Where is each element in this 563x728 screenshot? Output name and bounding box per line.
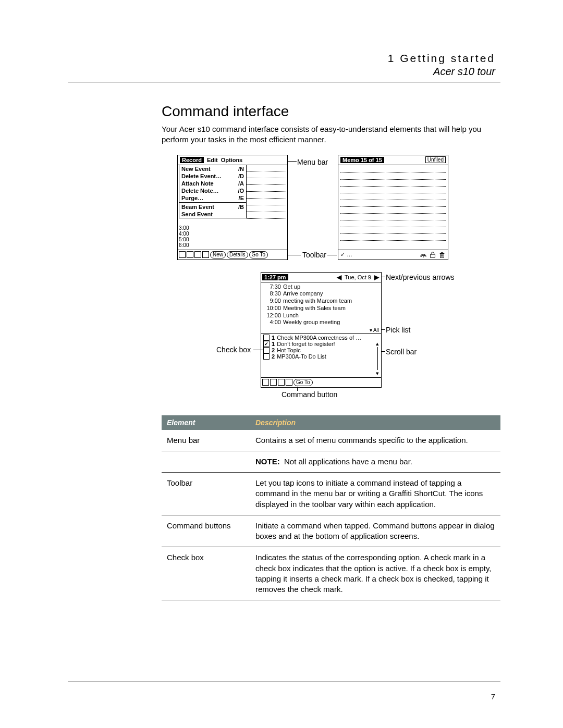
view-icon[interactable] xyxy=(278,379,285,386)
menu-item-send-event[interactable]: Send Event xyxy=(179,211,246,218)
table-row: Command buttons Initiate a command when … xyxy=(162,515,500,547)
clock-display: 1:27 pm xyxy=(262,274,288,280)
todo-list: 1Check MP300A correctness of … ✔1Don't f… xyxy=(261,333,381,361)
todo-item[interactable]: 2MP300A-To Do List xyxy=(263,353,379,360)
day-slots xyxy=(247,165,286,219)
chapter-title: 1 Getting started xyxy=(68,52,495,65)
agenda-titlebar: 1:27 pm ◀ Tue, Oct 9 ▶ xyxy=(261,273,381,282)
page-header: 1 Getting started Acer s10 tour xyxy=(68,52,495,78)
menu-edit[interactable]: Edit xyxy=(207,157,218,163)
label-pick-list: Pick list xyxy=(386,326,410,334)
table-row: Check box Indicates the status of the co… xyxy=(162,547,500,600)
menu-bar[interactable]: Record Edit Options xyxy=(178,155,287,165)
screenshots-area: Record Edit Options New Event/N Delete E… xyxy=(162,155,500,410)
menu-record[interactable]: Record xyxy=(180,157,204,163)
goto-button[interactable]: Go To xyxy=(249,251,268,258)
todo-item[interactable]: ✔1Don't forget to register! xyxy=(263,341,379,347)
label-scroll-bar: Scroll bar xyxy=(386,348,417,356)
table-note-row: NOTE: Not all applications have a menu b… xyxy=(162,451,500,472)
memo-title: Memo 15 of 15 xyxy=(340,157,384,163)
label-menu-bar: Menu bar xyxy=(297,158,328,166)
page-number: 7 xyxy=(491,692,495,701)
view-icon[interactable] xyxy=(187,251,193,258)
section-title: Command interface xyxy=(162,103,500,120)
element-description-table: Element Description Menu bar Contains a … xyxy=(162,415,500,601)
menu-item-attach-note[interactable]: Attach Note/A xyxy=(179,180,246,187)
new-button[interactable]: New xyxy=(210,251,226,258)
check-box[interactable] xyxy=(263,353,270,360)
menu-item-beam-event[interactable]: Beam Event/B xyxy=(179,203,246,211)
agenda-toolbar: Go To xyxy=(261,377,381,387)
scroll-bar[interactable]: ▴ ▾ xyxy=(375,340,380,377)
lock-icon[interactable] xyxy=(429,251,436,258)
datebook-screenshot: Record Edit Options New Event/N Delete E… xyxy=(177,155,288,260)
memo-toolbar: ✓ … xyxy=(338,250,448,260)
goto-button[interactable]: Go To xyxy=(293,379,313,386)
done-icon[interactable]: ✓ … xyxy=(340,251,352,258)
menu-item-purge[interactable]: Purge…/E xyxy=(179,194,246,202)
view-icon[interactable] xyxy=(194,251,201,258)
table-header: Element Description xyxy=(162,415,500,430)
manual-page: 1 Getting started Acer s10 tour Command … xyxy=(0,0,563,728)
scroll-track xyxy=(377,347,378,370)
next-arrow[interactable]: ▶ xyxy=(373,274,380,281)
menu-item-new-event[interactable]: New Event/N xyxy=(179,165,246,172)
table-row: Menu bar Contains a set of menu commands… xyxy=(162,430,500,451)
todo-item[interactable]: 2Hot Topic xyxy=(263,347,379,353)
note-label: NOTE: xyxy=(255,457,280,466)
category-selector[interactable]: Unfiled xyxy=(425,156,446,163)
header-rule xyxy=(68,82,500,82)
view-icon[interactable] xyxy=(286,379,292,386)
prev-arrow[interactable]: ◀ xyxy=(336,274,342,281)
agenda-list: 7:30Get up 8:30Arrive company 9:00meetin… xyxy=(261,282,381,328)
time-column: 3:00 4:00 5:00 6:00 xyxy=(179,225,189,248)
section-intro: Your Acer s10 command interface consists… xyxy=(162,124,500,145)
col-element: Element xyxy=(162,415,250,430)
menu-item-delete-note[interactable]: Delete Note…/O xyxy=(179,187,246,194)
record-menu-dropdown: New Event/N Delete Event…/D Attach Note/… xyxy=(179,165,247,218)
view-icon[interactable] xyxy=(262,379,269,386)
chapter-subtitle: Acer s10 tour xyxy=(68,66,495,78)
label-toolbar: Toolbar xyxy=(302,251,326,259)
check-box[interactable] xyxy=(263,347,270,353)
agenda-screenshot: 1:27 pm ◀ Tue, Oct 9 ▶ 7:30Get up 8:30Ar… xyxy=(261,272,382,388)
beam-icon[interactable] xyxy=(420,251,427,258)
memo-body[interactable] xyxy=(338,165,448,242)
view-icon[interactable] xyxy=(179,251,186,258)
check-box[interactable]: ✔ xyxy=(263,341,270,347)
memo-screenshot: Memo 15 of 15 Unfiled ✓ … xyxy=(338,155,448,260)
note-text: Not all applications have a menu bar. xyxy=(284,457,412,466)
scroll-up-icon[interactable]: ▴ xyxy=(376,340,379,347)
check-box[interactable] xyxy=(263,335,270,341)
view-icon[interactable] xyxy=(270,379,277,386)
svg-rect-0 xyxy=(431,254,435,257)
label-command-button: Command button xyxy=(282,390,337,399)
label-next-prev: Next/previous arrows xyxy=(386,273,455,281)
menu-item-delete-event[interactable]: Delete Event…/D xyxy=(179,172,246,180)
pick-list[interactable]: ▾ All xyxy=(261,327,381,333)
memo-titlebar: Memo 15 of 15 Unfiled xyxy=(338,155,448,165)
trash-icon[interactable] xyxy=(438,251,446,258)
content-area: Command interface Your Acer s10 command … xyxy=(162,103,500,600)
date-display: Tue, Oct 9 xyxy=(345,274,371,280)
details-button[interactable]: Details xyxy=(227,251,248,258)
datebook-toolbar: New Details Go To xyxy=(178,250,287,260)
label-check-box: Check box xyxy=(216,346,251,354)
todo-item[interactable]: 1Check MP300A correctness of … xyxy=(263,335,379,341)
menu-options[interactable]: Options xyxy=(221,157,243,163)
view-icon[interactable] xyxy=(202,251,209,258)
table-row: Toolbar Let you tap icons to initiate a … xyxy=(162,473,500,515)
scroll-down-icon[interactable]: ▾ xyxy=(376,370,379,377)
footer-rule xyxy=(68,682,500,682)
col-description: Description xyxy=(250,415,500,430)
